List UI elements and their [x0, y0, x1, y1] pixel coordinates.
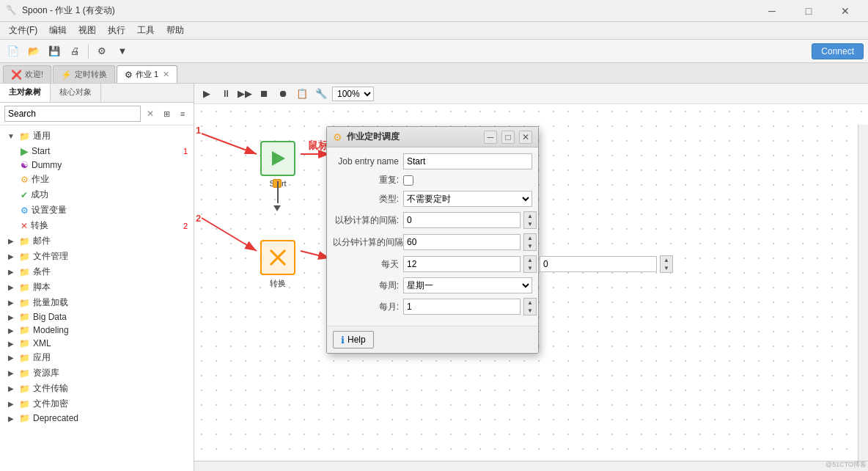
tree-item-modeling[interactable]: ▶ 📁 Modeling	[0, 324, 194, 337]
repeat-checkbox[interactable]	[403, 175, 413, 186]
tree-item-filetransfer[interactable]: ▶ 📁 文件传输	[0, 381, 194, 396]
seconds-down-button[interactable]: ▼	[524, 220, 536, 228]
tree-item-general[interactable]: ▼ 📁 通用	[0, 128, 194, 144]
tab-transform-label: 定时转换	[75, 69, 107, 80]
node-transform[interactable]: 转换	[260, 240, 295, 289]
tree-item-dummy[interactable]: ☯ Dummy	[0, 158, 194, 172]
canvas-area: ▶ ⏸ ▶▶ ⏹ ⏺ 📋 🔧 100% 75% 50% 150%	[194, 84, 868, 471]
annotation-num-1: 1	[196, 125, 201, 136]
daily-minute-up-button[interactable]: ▲	[661, 256, 672, 264]
tree-item-deprecated[interactable]: ▶ 📁 Deprecated	[0, 412, 194, 425]
menu-tools[interactable]: 工具	[131, 23, 161, 38]
dialog-maximize-button[interactable]: □	[501, 131, 515, 144]
horizontal-scrollbar[interactable]	[194, 461, 868, 471]
monthly-down-button[interactable]: ▼	[524, 307, 536, 315]
stop-button[interactable]: ⏹	[256, 86, 272, 102]
daily-hour-up-button[interactable]: ▲	[524, 256, 536, 264]
search-clear-button[interactable]: ✕	[144, 107, 157, 120]
menu-edit[interactable]: 编辑	[43, 23, 73, 38]
tree-item-mail[interactable]: ▶ 📁 邮件	[0, 233, 194, 249]
help-label: Help	[347, 335, 366, 345]
sidebar-tab-main[interactable]: 主对象树	[0, 84, 51, 102]
minutes-down-button[interactable]: ▼	[524, 242, 536, 250]
zoom-select[interactable]: 100% 75% 50% 150%	[332, 87, 374, 101]
connect-button[interactable]: Connect	[812, 43, 864, 59]
tree-item-fileencrypt[interactable]: ▶ 📁 文件加密	[0, 396, 194, 412]
tree-item-db[interactable]: ▶ 📁 资源库	[0, 365, 194, 381]
tree-item-bulkload[interactable]: ▶ 📁 批量加载	[0, 295, 194, 310]
menu-file[interactable]: 文件(F)	[3, 23, 43, 38]
maximize-button[interactable]: □	[792, 0, 825, 22]
annotation-num-2: 2	[196, 213, 201, 224]
menu-run[interactable]: 执行	[102, 23, 131, 38]
dialog-minimize-button[interactable]: ─	[484, 131, 497, 144]
search-layout-button[interactable]: ⊞	[160, 107, 173, 120]
daily-hour-down-button[interactable]: ▼	[524, 264, 536, 272]
print-button[interactable]: 🖨	[66, 43, 84, 60]
minutes-up-button[interactable]: ▲	[524, 234, 536, 242]
canvas-content[interactable]: Start 转换	[194, 104, 868, 471]
monthly-up-button[interactable]: ▲	[524, 299, 536, 307]
daily-hour-input[interactable]	[403, 256, 521, 272]
tab-welcome[interactable]: ❌ 欢迎!	[3, 65, 51, 83]
dialog-row-type: 类型: 不需要定时 间隔 每天 每周 每月	[333, 191, 532, 207]
clipboard-button[interactable]: 📋	[294, 86, 310, 102]
menu-help[interactable]: 帮助	[161, 23, 190, 38]
tree-label-filetransfer: 文件传输	[33, 382, 188, 395]
pause-button[interactable]: ⏸	[218, 86, 234, 102]
tree-item-conditions[interactable]: ▶ 📁 条件	[0, 264, 194, 280]
tree-item-bigdata[interactable]: ▶ 📁 Big Data	[0, 310, 194, 324]
tree-item-start[interactable]: ▶ Start 1	[0, 144, 194, 158]
svg-line-4	[202, 134, 257, 154]
daily-minute-input[interactable]	[540, 256, 657, 272]
tree-item-transform[interactable]: ✕ 转换 2	[0, 218, 194, 233]
svg-line-5	[202, 218, 257, 251]
run-button[interactable]: ▶	[199, 86, 215, 102]
tree-item-xml[interactable]: ▶ 📁 XML	[0, 337, 194, 350]
search-input[interactable]	[4, 106, 141, 122]
tree-item-success[interactable]: ✔ 成功	[0, 187, 194, 202]
weekly-select[interactable]: 星期一 星期二 星期三 星期四 星期五 星期六 星期日	[403, 277, 532, 293]
seconds-up-button[interactable]: ▲	[524, 212, 536, 220]
minimize-button[interactable]: ─	[755, 0, 789, 22]
sidebar-tabs: 主对象树 核心对象	[0, 84, 194, 103]
dialog-close-button[interactable]: ✕	[519, 131, 532, 144]
search-list-button[interactable]: ≡	[176, 107, 189, 120]
settings-button[interactable]: ⚙	[93, 43, 111, 60]
success-icon: ✔	[21, 190, 28, 200]
vertical-scrollbar[interactable]	[858, 125, 868, 461]
monthly-input[interactable]	[403, 299, 521, 315]
close-button[interactable]: ✕	[828, 0, 862, 22]
new-button[interactable]: 📄	[4, 43, 22, 60]
tab-job1-close[interactable]: ✕	[163, 70, 169, 79]
minutes-input[interactable]	[403, 234, 521, 250]
save-button[interactable]: 💾	[45, 43, 63, 60]
tree-item-script[interactable]: ▶ 📁 脚本	[0, 280, 194, 295]
menu-view[interactable]: 视图	[73, 23, 102, 38]
tree-item-job[interactable]: ⚙ 作业	[0, 172, 194, 187]
toolbar-separator	[88, 44, 89, 59]
sidebar-tab-core[interactable]: 核心对象	[51, 84, 101, 102]
tree-item-setvars[interactable]: ⚙ 设置变量	[0, 202, 194, 218]
tree-label-success: 成功	[31, 189, 188, 201]
dropdown-button[interactable]: ▼	[114, 43, 131, 60]
step-button[interactable]: ▶▶	[237, 86, 253, 102]
node-start-icon[interactable]	[260, 141, 295, 176]
tab-job1-label: 作业 1	[136, 69, 158, 80]
tab-transform[interactable]: ⚡ 定时转换	[53, 65, 115, 83]
open-button[interactable]: 📂	[25, 43, 43, 60]
help-button[interactable]: ℹ Help	[333, 331, 374, 348]
type-select[interactable]: 不需要定时 间隔 每天 每周 每月	[403, 191, 532, 207]
settings2-button[interactable]: 🔧	[313, 86, 329, 102]
seconds-input[interactable]	[403, 212, 521, 228]
folder-icon-fileencrypt: 📁	[19, 399, 30, 409]
daily-minute-down-button[interactable]: ▼	[661, 264, 672, 272]
record-button[interactable]: ⏺	[275, 86, 291, 102]
node-transform-icon[interactable]	[260, 240, 295, 275]
job-entry-name-input[interactable]	[403, 153, 532, 169]
tree-item-app[interactable]: ▶ 📁 应用	[0, 350, 194, 365]
tab-job1[interactable]: ⚙ 作业 1 ✕	[117, 65, 177, 83]
expand-icon-deprecated: ▶	[6, 415, 16, 423]
tree-item-filemanage[interactable]: ▶ 📁 文件管理	[0, 249, 194, 264]
transform-icon: ✕	[21, 221, 28, 231]
